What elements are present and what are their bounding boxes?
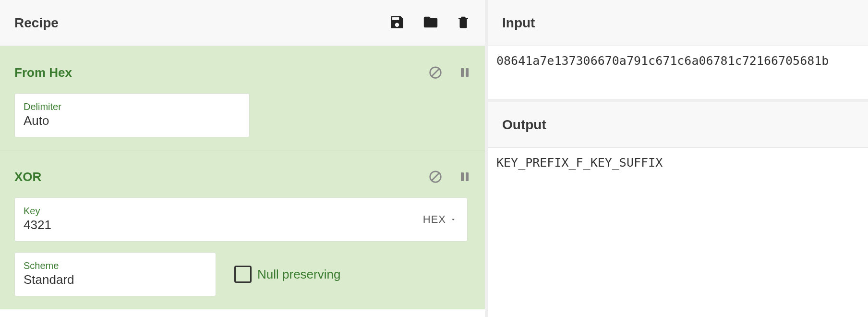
app-layout: Recipe From Hex xyxy=(0,0,868,317)
operation-header: XOR xyxy=(14,159,470,195)
null-preserving-checkbox[interactable]: Null preserving xyxy=(234,266,340,283)
svg-line-1 xyxy=(432,69,439,76)
svg-line-5 xyxy=(432,173,439,181)
recipe-toolbar xyxy=(389,14,470,32)
operation-xor[interactable]: XOR Key 4321 HEX xyxy=(0,150,485,309)
recipe-panel: Recipe From Hex xyxy=(0,0,488,317)
operation-args-row2: Scheme Standard Null preserving xyxy=(14,252,470,296)
output-textarea[interactable]: KEY_PREFIX_F_KEY_SUFFIX xyxy=(488,148,868,317)
input-title: Input xyxy=(502,15,535,31)
output-panel: Output KEY_PREFIX_F_KEY_SUFFIX xyxy=(488,102,868,317)
input-panel: Input 08641a7e137306670a791c671c6a06781c… xyxy=(488,0,868,102)
delimiter-select[interactable]: Delimiter Auto xyxy=(14,93,250,137)
io-panel: Input 08641a7e137306670a791c671c6a06781c… xyxy=(488,0,868,317)
operation-args: Key 4321 HEX xyxy=(14,197,470,242)
trash-icon[interactable] xyxy=(456,14,470,32)
operation-args: Delimiter Auto xyxy=(14,93,470,137)
checkbox-box[interactable] xyxy=(234,266,252,283)
input-textarea[interactable]: 08641a7e137306670a791c671c6a06781c721667… xyxy=(488,46,868,99)
field-label: Scheme xyxy=(24,260,207,271)
svg-rect-7 xyxy=(466,172,469,181)
field-value: 4321 xyxy=(24,218,458,232)
disable-icon[interactable] xyxy=(428,170,443,184)
operation-from-hex[interactable]: From Hex Delimiter Auto xyxy=(0,46,485,150)
input-header: Input xyxy=(488,0,868,46)
key-input[interactable]: Key 4321 HEX xyxy=(14,197,468,242)
scheme-select[interactable]: Scheme Standard xyxy=(14,252,216,296)
disable-icon[interactable] xyxy=(428,65,443,80)
pause-icon[interactable] xyxy=(459,170,470,184)
output-header: Output xyxy=(488,102,868,148)
key-encoding-label: HEX xyxy=(423,213,446,226)
svg-rect-2 xyxy=(461,68,464,77)
field-label: Key xyxy=(24,206,458,217)
folder-icon[interactable] xyxy=(422,14,440,32)
field-value: Auto xyxy=(24,113,241,128)
svg-rect-3 xyxy=(466,68,469,77)
operation-controls xyxy=(428,65,470,80)
svg-rect-6 xyxy=(461,172,464,181)
operation-controls xyxy=(428,170,470,184)
output-title: Output xyxy=(502,117,546,133)
field-value: Standard xyxy=(24,272,207,287)
checkbox-label: Null preserving xyxy=(257,267,340,282)
recipe-header: Recipe xyxy=(0,0,485,46)
field-label: Delimiter xyxy=(24,101,241,112)
pause-icon[interactable] xyxy=(459,65,470,80)
key-encoding-toggle[interactable]: HEX xyxy=(423,213,457,226)
operation-name: From Hex xyxy=(14,65,72,80)
recipe-title: Recipe xyxy=(14,15,59,31)
save-icon[interactable] xyxy=(389,14,405,32)
caret-down-icon xyxy=(450,216,457,223)
operation-header: From Hex xyxy=(14,55,470,90)
operation-name: XOR xyxy=(14,170,41,184)
